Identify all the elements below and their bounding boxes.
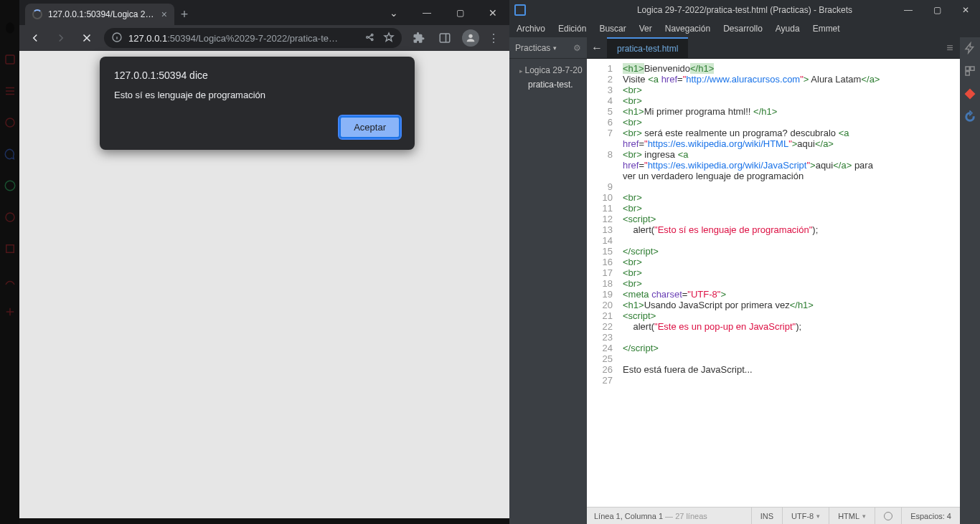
brackets-window: Logica 29-7-2022/pratica-test.html (Prac… [509,0,980,524]
messenger-icon[interactable] [4,148,17,161]
code-content[interactable]: <h1>Bienvenido</h1>Visite <a href="http:… [618,59,960,507]
cursor-position: Línea 1, Columna 1 — 27 líneas [587,512,715,520]
svg-rect-10 [971,67,974,70]
menu-buscar[interactable]: Buscar [599,24,626,34]
svg-point-3 [5,181,15,191]
bookmark-icon[interactable] [383,32,395,45]
status-bar: Línea 1, Columna 1 — 27 líneas INS UTF-8… [587,507,960,524]
alert-host: 127.0.0.1:50394 dice [114,70,400,81]
os-activity-bar [0,0,19,524]
brackets-sidebar: Practicas ▾ ⚙ Logica 29-7-20 pratica-tes… [509,37,587,524]
menu-navegación[interactable]: Navegación [665,24,710,34]
svg-rect-5 [6,245,14,253]
editor-tab[interactable]: pratica-test.html [607,37,688,59]
br-minimize-button[interactable]: — [894,5,923,15]
app-icon-5[interactable] [4,242,17,255]
browser-titlebar: 127.0.0.1:50394/Logica 29-7-202 × + ⌄ — … [19,0,509,25]
loading-spinner-icon [32,9,42,19]
svg-rect-7 [440,34,450,42]
chevron-down-icon: ▾ [553,44,557,52]
menu-ver[interactable]: Ver [639,24,652,34]
editor-tabbar: ← pratica-test.html ≡ [587,37,960,59]
brackets-logo-icon [509,4,531,16]
browser-tab[interactable]: 127.0.0.1:50394/Logica 29-7-202 × [25,4,174,25]
add-icon[interactable] [4,305,17,318]
live-preview-icon[interactable] [963,42,976,54]
svg-rect-1 [6,55,14,64]
project-name: Practicas [515,43,550,53]
tabs-dropdown-icon[interactable]: ⌄ [377,0,410,25]
code-editor[interactable]: 1234567891011121314151617181920212223242… [587,59,960,507]
close-button[interactable]: ✕ [476,0,509,25]
brackets-menubar: ArchivoEdiciónBuscarVerNavegaciónDesarro… [509,20,980,37]
file-tree: Logica 29-7-20 pratica-test. [509,59,587,96]
app-icon-2[interactable] [4,85,17,97]
menu-desarrollo[interactable]: Desarrollo [723,24,763,34]
git-icon[interactable] [963,87,976,100]
maximize-button[interactable]: ▢ [443,0,476,25]
app-icon-1[interactable] [4,53,17,66]
address-bar[interactable]: 127.0.0.1:50394/Logica%2029-7-2022/prati… [104,28,402,48]
status-encoding[interactable]: UTF-8▾ [782,508,829,525]
browser-window: 127.0.0.1:50394/Logica 29-7-202 × + ⌄ — … [19,0,509,524]
line-gutter: 1234567891011121314151617181920212223242… [587,59,618,507]
minimize-button[interactable]: — [410,0,443,25]
brackets-rightbar [960,37,980,524]
brackets-titlebar: Logica 29-7-2022/pratica-test.html (Prac… [509,0,980,20]
forward-button[interactable] [50,27,72,49]
stop-button[interactable] [75,27,98,49]
whatsapp-icon[interactable] [4,179,17,192]
extension-manager-icon[interactable] [963,65,976,77]
browser-menu-icon[interactable]: ⋮ [482,32,505,45]
reload-icon[interactable] [963,110,976,123]
menu-edición[interactable]: Edición [558,24,586,34]
opera-icon[interactable] [4,22,17,34]
svg-point-0 [6,23,14,34]
tree-folder[interactable]: Logica 29-7-20 [509,63,587,77]
project-dropdown[interactable]: Practicas ▾ ⚙ [509,37,587,59]
page-viewport: 127.0.0.1:50394 dice Esto sí es lenguaje… [19,51,509,524]
url-text: 127.0.0.1:50394/Logica%2029-7-2022/prati… [128,33,359,44]
menu-ayuda[interactable]: Ayuda [776,24,800,34]
status-spaces[interactable]: Espacios: 4 [901,508,960,525]
extensions-icon[interactable] [407,27,430,49]
app-icon-6[interactable] [4,274,17,287]
status-ins[interactable]: INS [751,508,782,525]
menu-emmet[interactable]: Emmet [813,24,840,34]
gear-icon[interactable]: ⚙ [573,43,581,53]
tab-overflow-icon[interactable]: ≡ [940,42,960,54]
share-icon[interactable] [364,32,376,45]
svg-rect-11 [966,72,969,75]
br-maximize-button[interactable]: ▢ [923,5,951,15]
tab-title: 127.0.0.1:50394/Logica 29-7-202 [48,9,156,19]
status-language[interactable]: HTML▾ [829,508,875,525]
svg-point-2 [6,118,14,127]
tree-file[interactable]: pratica-test. [509,77,587,92]
app-icon-4[interactable] [4,211,17,224]
tab-close-icon[interactable]: × [161,9,167,20]
alert-accept-button[interactable]: Aceptar [339,116,400,138]
brackets-title: Logica 29-7-2022/pratica-test.html (Prac… [637,5,852,15]
sidepanel-icon[interactable] [433,27,456,49]
br-close-button[interactable]: ✕ [951,5,980,15]
status-lint-icon[interactable] [875,508,901,525]
os-taskbar [19,518,509,524]
svg-rect-9 [966,67,969,70]
alert-message: Esto sí es lenguaje de programación [114,90,400,100]
js-alert-dialog: 127.0.0.1:50394 dice Esto sí es lenguaje… [100,57,415,150]
profile-avatar[interactable] [462,29,479,47]
browser-toolbar: 127.0.0.1:50394/Logica%2029-7-2022/prati… [19,25,509,51]
new-tab-button[interactable]: + [174,4,194,25]
nav-back-icon[interactable]: ← [587,42,607,54]
editor-main: ← pratica-test.html ≡ 123456789101112131… [587,37,960,524]
site-info-icon[interactable] [111,32,123,45]
svg-point-4 [6,213,14,221]
app-icon-3[interactable] [4,116,17,129]
svg-point-8 [468,34,472,38]
back-button[interactable] [24,27,47,49]
menu-archivo[interactable]: Archivo [517,24,545,34]
